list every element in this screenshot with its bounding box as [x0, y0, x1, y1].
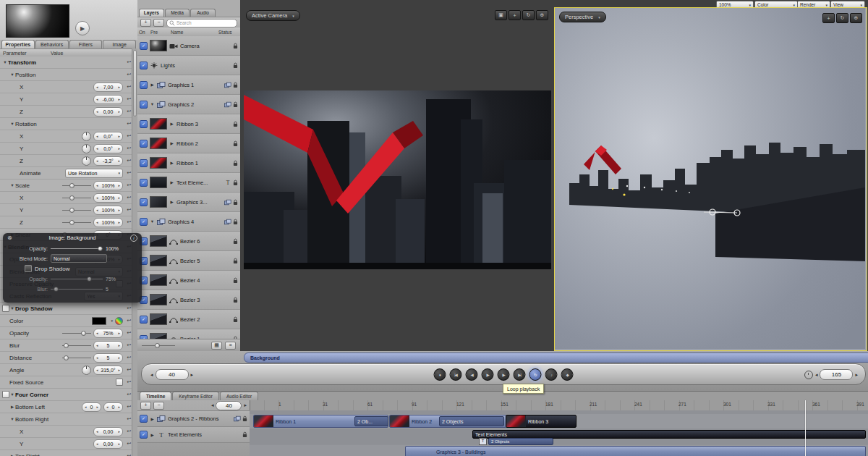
inspector-row-position-x[interactable]: X◂7,00▸↩	[0, 81, 132, 93]
lock-icon[interactable]	[233, 43, 238, 49]
rotation-dial[interactable]	[82, 144, 91, 153]
hud-blur-slider[interactable]	[51, 289, 103, 290]
disclosure-icon[interactable]: ▼	[9, 183, 15, 187]
inspector-row-scale-z[interactable]: Z◂100%▸↩	[0, 216, 132, 229]
increment-icon[interactable]: ▸	[118, 355, 120, 360]
increment-icon[interactable]: ▸	[118, 343, 120, 347]
inspector-row-rotation[interactable]: ▼Rotation↩	[0, 118, 132, 130]
tab-filters[interactable]: Filters	[69, 40, 103, 48]
increment-icon[interactable]: ▸	[118, 159, 120, 163]
marker-button[interactable]: ◆	[561, 368, 574, 381]
layer-row-graphics3[interactable]: ✓▶Graphics 3...	[137, 193, 240, 212]
decrement-icon[interactable]: ◂	[96, 195, 98, 200]
zoom-tool-button[interactable]: ⊕	[536, 10, 548, 20]
value-stepper[interactable]: ◂0▸	[82, 402, 101, 412]
decrement-icon[interactable]: ◂	[85, 405, 87, 409]
reset-icon[interactable]: ↩	[127, 404, 131, 410]
reset-icon[interactable]: ↩	[127, 121, 131, 127]
layer-row-ribbon3[interactable]: ✓▶Ribbon 3	[137, 114, 240, 134]
increment-icon[interactable]: ▸	[118, 97, 120, 101]
decrement-icon[interactable]: ◂	[96, 429, 98, 434]
track-enabled-checkbox[interactable]: ✓	[140, 415, 148, 423]
decrement-icon[interactable]: ◂	[96, 368, 98, 372]
inspector-row-position-y[interactable]: Y◂-6,00▸↩	[0, 93, 132, 106]
layer-enabled-checkbox[interactable]: ✓	[140, 140, 148, 148]
reset-icon[interactable]: ↩	[127, 158, 131, 164]
layer-enabled-checkbox[interactable]: ✓	[140, 159, 148, 167]
inspector-row-fixed-source[interactable]: Fixed Source↩	[0, 376, 132, 389]
disclosure-icon[interactable]: ▶	[150, 83, 155, 87]
reset-icon[interactable]: ↩	[127, 453, 131, 456]
reset-icon[interactable]: ↩	[127, 182, 131, 188]
increment-icon[interactable]: ▸	[118, 146, 120, 151]
frame-back-icon[interactable]: ◂	[815, 372, 818, 378]
inspector-row-four-corner[interactable]: ▼Four Corner↩	[0, 389, 132, 401]
hud-panel[interactable]: ⊗ Image: Background i Opacity:100% Blend…	[3, 233, 142, 303]
tab-audio[interactable]: Audio	[190, 9, 216, 17]
inspector-row-br-y[interactable]: Y◂0,00▸↩	[0, 438, 132, 450]
value-stepper[interactable]: ◂5▸	[93, 353, 123, 363]
inspector-row-bottom-left[interactable]: ▶Bottom Left◂0▸◂0▸↩	[0, 401, 132, 413]
value-stepper[interactable]: ◂0,0°▸	[93, 144, 123, 153]
disclosure-icon[interactable]: ▼	[9, 417, 15, 421]
slider[interactable]	[62, 333, 91, 334]
tab-timeline[interactable]: Timeline	[140, 392, 171, 400]
inspector-row-top-right[interactable]: ▶Top Right↩	[0, 450, 132, 456]
jump-start-button[interactable]: |◀	[450, 368, 462, 381]
fixed-source-checkbox[interactable]	[116, 379, 123, 386]
frame-forward-icon[interactable]: ▸	[191, 372, 194, 378]
inspector-row-shadow-angle[interactable]: Angle◂315,0°▸↩	[0, 364, 132, 376]
list-options-button[interactable]: ≡	[225, 342, 236, 350]
slider[interactable]	[62, 185, 91, 186]
lock-icon[interactable]	[242, 431, 247, 438]
layer-row-text-elements[interactable]: ✓▶Text Eleme...	[137, 173, 240, 193]
clip-2-objects[interactable]: 2 Ob...	[354, 416, 388, 426]
disclosure-icon[interactable]: ▶	[169, 161, 174, 165]
inspector-row-scale[interactable]: ▼Scale◂100%▸↩	[0, 180, 132, 192]
jump-end-button[interactable]: ▶|	[514, 368, 526, 381]
increment-icon[interactable]: ▸	[118, 442, 120, 446]
decrement-icon[interactable]: ◂	[96, 159, 98, 163]
view-options-button[interactable]: ▣	[495, 10, 507, 20]
lock-icon[interactable]	[233, 121, 238, 127]
value-stepper[interactable]: ◂100%▸	[93, 206, 123, 215]
color-picker-icon[interactable]	[115, 317, 123, 325]
drop-shadow-checkbox[interactable]	[2, 305, 9, 312]
inspector-row-drop-shadow[interactable]: ▼Drop Shadow↩	[0, 303, 132, 315]
frame-back-icon[interactable]: ◂	[211, 402, 214, 408]
clip-2-objects[interactable]: 2 Objects	[488, 438, 553, 445]
inspector-row-scale-y[interactable]: Y◂100%▸↩	[0, 204, 132, 216]
record-button[interactable]: ●	[434, 368, 446, 381]
value-stepper[interactable]: ◂100%▸	[93, 218, 123, 227]
inspector-row-position-z[interactable]: Z◂0,00▸↩	[0, 106, 132, 118]
step-back-button[interactable]: ◀	[466, 368, 478, 381]
remove-track-button[interactable]: −	[153, 402, 164, 410]
reset-icon[interactable]: ↩	[127, 109, 131, 114]
remove-layer-button[interactable]: −	[153, 19, 164, 27]
slider[interactable]	[62, 222, 91, 223]
value-stepper[interactable]: ◂0,00▸	[93, 427, 123, 436]
four-corner-checkbox[interactable]	[2, 391, 9, 398]
zoom-tool-button[interactable]: ⊕	[850, 13, 862, 23]
preview-play-button[interactable]: ▶	[75, 21, 90, 35]
hud-blend-dropdown[interactable]: Normal▾	[51, 254, 107, 263]
decrement-icon[interactable]: ◂	[96, 343, 98, 347]
decrement-icon[interactable]: ◂	[96, 442, 98, 446]
layer-row-graphics2[interactable]: ✓▼Graphics 2	[137, 95, 240, 114]
value-stepper[interactable]: ◂100%▸	[93, 193, 123, 203]
decrement-icon[interactable]: ◂	[96, 355, 98, 360]
reset-icon[interactable]: ↩	[127, 96, 131, 102]
row-size-slider[interactable]	[142, 345, 175, 346]
slider[interactable]	[62, 210, 91, 211]
inspector-row-animate[interactable]: AnimateUse Rotation▾↩	[0, 167, 132, 180]
value-stepper[interactable]: ◂100%▸	[93, 181, 123, 190]
tab-image[interactable]: Image	[103, 40, 136, 48]
inspector-row-bottom-right[interactable]: ▼Bottom Right↩	[0, 413, 132, 426]
increment-icon[interactable]: ▸	[118, 85, 120, 89]
inspector-row-shadow-distance[interactable]: Distance◂5▸↩	[0, 352, 132, 364]
clip-ribbon3[interactable]: Ribbon 3	[506, 415, 576, 428]
reset-icon[interactable]: ↩	[127, 379, 131, 385]
reset-icon[interactable]: ↩	[127, 428, 131, 434]
reset-icon[interactable]: ↩	[127, 305, 131, 311]
value-stepper[interactable]: ◂315,0°▸	[93, 366, 123, 375]
